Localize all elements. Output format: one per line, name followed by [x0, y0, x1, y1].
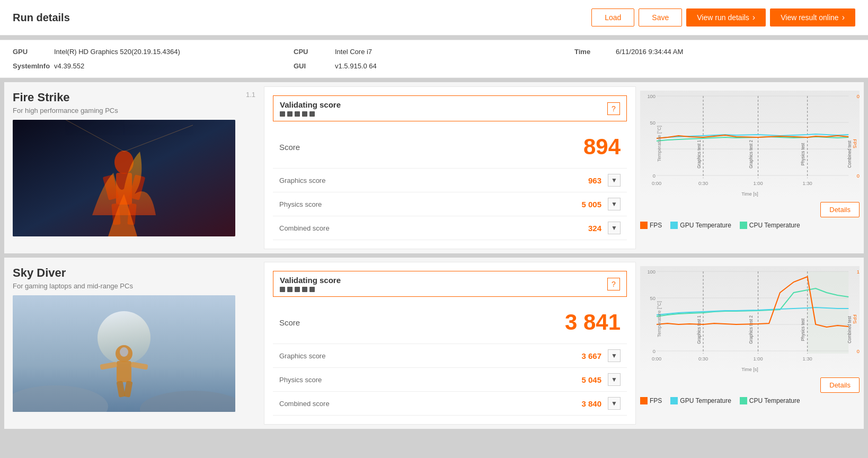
physics-score-label-sd: Physics score	[279, 376, 322, 384]
time-label: Time	[574, 48, 612, 56]
legend-cpu-temp-sd: CPU Temperature	[740, 397, 800, 404]
dot	[287, 287, 293, 292]
details-button-sd[interactable]: Details	[820, 377, 860, 393]
gui-info: GUI v1.5.915.0 64	[294, 60, 574, 72]
sysinfo-label: SystemInfo	[13, 62, 50, 70]
view-result-online-button[interactable]: View result online ›	[770, 8, 855, 27]
y-axis-right-label-sd: FPS	[852, 314, 857, 324]
x-axis-label-sd: Time [s]	[741, 367, 758, 372]
cpu-value: Intel Core i7	[335, 48, 372, 56]
svg-text:0: 0	[857, 173, 860, 179]
y-axis-label-sd: Temperature [°C]	[657, 301, 662, 337]
combined-score-row-sd: Combined score 3 840 ▼	[273, 392, 627, 416]
physics-score-value-sd: 5 045	[581, 375, 601, 384]
svg-text:0:30: 0:30	[698, 181, 708, 186]
validating-title-sd: Validating score	[280, 276, 341, 285]
gui-label: GUI	[294, 62, 331, 70]
page-title: Run details	[13, 12, 591, 24]
legend-gpu-temp-label: GPU Temperature	[680, 222, 731, 229]
dot	[309, 111, 315, 117]
graphics-score-row-sd: Graphics score 3 667 ▼	[273, 344, 627, 368]
cpu-temp-color-swatch-sd	[740, 397, 747, 404]
chart-sd: 100 50 0 100 0 0:00 0:30 1:00 1:30 Graph…	[640, 266, 860, 372]
validating-help-button-fs[interactable]: ?	[607, 102, 620, 115]
gpu-label: GPU	[13, 48, 50, 56]
dot	[280, 111, 285, 117]
details-button-fs[interactable]: Details	[820, 202, 860, 217]
score-label-sd: Score	[279, 318, 300, 327]
physics-score-row-fs: Physics score 5 005 ▼	[273, 192, 627, 216]
legend-gpu-temp-label-sd: GPU Temperature	[680, 397, 731, 404]
combined-score-value-sd: 3 840	[581, 399, 601, 408]
view-run-details-button[interactable]: View run details ›	[686, 8, 766, 27]
gpu-temp-color-swatch	[670, 222, 678, 229]
bench-scores-fire-strike: Validating score ? Score 894 Graphics sc…	[264, 86, 636, 249]
dot	[280, 287, 285, 292]
svg-text:0: 0	[653, 173, 656, 179]
dot	[302, 111, 307, 117]
svg-text:0: 0	[653, 349, 656, 354]
physics-expand-btn-sd[interactable]: ▼	[608, 373, 621, 386]
svg-rect-35	[117, 361, 131, 382]
save-button[interactable]: Save	[639, 8, 682, 27]
validating-header-sd: Validating score ?	[273, 271, 627, 297]
svg-text:0:00: 0:00	[652, 356, 661, 362]
cpu-label: CPU	[294, 48, 331, 56]
bench-image-sky-diver	[13, 295, 235, 412]
load-button[interactable]: Load	[591, 8, 634, 27]
score-label-fs: Score	[279, 143, 300, 152]
legend-gpu-temp: GPU Temperature	[670, 222, 731, 229]
physics-score-label-fs: Physics score	[279, 200, 322, 208]
bench-left-sky-diver: Sky Diver For gaming laptops and mid-ran…	[4, 258, 264, 429]
cpu-info: CPU Intel Core i7	[294, 46, 574, 58]
combined-score-row-fs: Combined score 324 ▼	[273, 216, 627, 240]
graphics-expand-btn-fs[interactable]: ▼	[608, 174, 621, 187]
validating-dots-sd	[280, 287, 341, 292]
svg-point-40	[120, 347, 128, 357]
svg-text:Physics test: Physics test	[801, 143, 805, 165]
dot	[295, 111, 300, 117]
legend-fps: FPS	[640, 222, 662, 229]
sysinfo-value: v4.39.552	[54, 62, 84, 70]
cpu-temp-color-swatch	[740, 222, 747, 229]
chevron-right-icon: ›	[752, 13, 755, 22]
svg-text:1:00: 1:00	[753, 356, 763, 362]
gpu-info: GPU Intel(R) HD Graphics 520(20.19.15.43…	[13, 46, 294, 58]
svg-text:Graphics test 2: Graphics test 2	[749, 315, 754, 344]
svg-text:0:00: 0:00	[652, 181, 661, 186]
validating-dots-fs	[280, 111, 341, 117]
combined-score-value-fs: 324	[588, 224, 601, 233]
time-info: Time 6/11/2016 9:34:44 AM	[574, 46, 855, 58]
bench-chart-fire-strike: 100 50 0 0 0 0:00 0:30 1:00 1:30 Graphic…	[636, 82, 864, 253]
graphics-expand-btn-sd[interactable]: ▼	[608, 349, 621, 362]
score-value-fs: 894	[583, 134, 621, 160]
combined-expand-btn-fs[interactable]: ▼	[608, 222, 621, 234]
validating-title-fs: Validating score	[280, 100, 341, 109]
sysinfo-info: SystemInfo v4.39.552	[13, 60, 294, 72]
validating-help-button-sd[interactable]: ?	[607, 278, 620, 290]
chart-fs: 100 50 0 0 0 0:00 0:30 1:00 1:30 Graphic…	[640, 91, 860, 197]
legend-cpu-temp-label-sd: CPU Temperature	[749, 397, 800, 404]
dot	[295, 287, 300, 292]
legend-sd: FPS GPU Temperature CPU Temperature	[640, 397, 860, 404]
score-value-sd: 3 841	[565, 310, 621, 335]
physics-expand-btn-fs[interactable]: ▼	[608, 198, 621, 210]
dot	[287, 111, 293, 117]
gpu-temp-color-swatch-sd	[670, 397, 678, 404]
legend-fps-sd: FPS	[640, 397, 662, 404]
y-axis-label-fs: Temperature [°C]	[657, 126, 662, 162]
graphics-score-label-sd: Graphics score	[279, 352, 325, 360]
x-axis-label-fs: Time [s]	[741, 191, 758, 197]
graphics-score-value-sd: 3 667	[581, 351, 601, 360]
svg-text:50: 50	[650, 296, 656, 301]
svg-text:0: 0	[857, 349, 860, 354]
bench-left-fire-strike: Fire Strike 1.1 For high performance gam…	[4, 82, 264, 253]
bench-desc-fire-strike: For high performance gaming PCs	[13, 107, 255, 114]
legend-fs: FPS GPU Temperature CPU Temperature	[640, 222, 860, 229]
graphics-score-label-fs: Graphics score	[279, 177, 325, 184]
combined-expand-btn-sd[interactable]: ▼	[608, 397, 621, 410]
bench-image-fire-strike	[13, 120, 235, 236]
physics-score-value-fs: 5 005	[581, 200, 601, 209]
legend-cpu-temp: CPU Temperature	[740, 222, 800, 229]
physics-score-row-sd: Physics score 5 045 ▼	[273, 368, 627, 392]
